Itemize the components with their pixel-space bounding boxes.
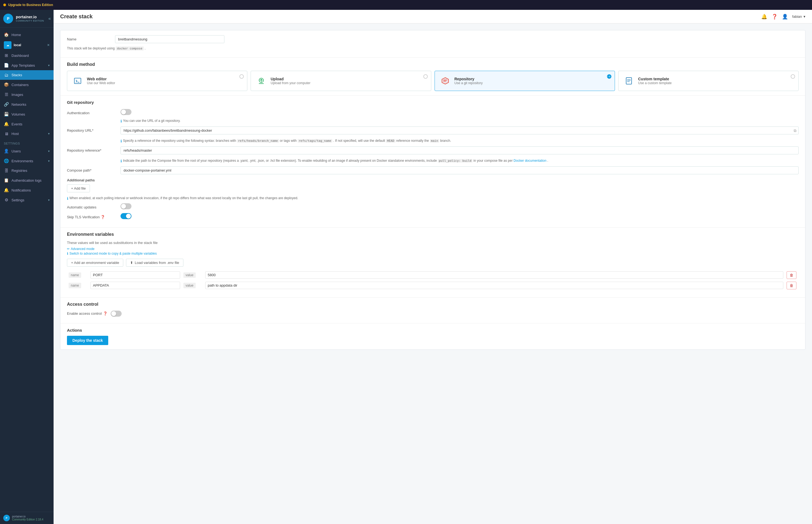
web-editor-desc: Use our Web editor xyxy=(87,81,115,85)
repo-url-label: Repository URL* xyxy=(67,127,116,132)
info-icon: ℹ xyxy=(67,251,68,256)
notifications-icon: 🔔 xyxy=(4,188,9,193)
deploy-stack-button[interactable]: Deploy the stack xyxy=(67,336,108,345)
compose-path-input[interactable] xyxy=(120,166,799,174)
skip-tls-toggle[interactable] xyxy=(120,213,131,219)
footer-version: Community Edition 2.18.4 xyxy=(12,518,44,521)
env-name-input-1[interactable] xyxy=(91,282,180,289)
sidebar-item-auth-logs[interactable]: 📋 Authentication logs xyxy=(0,175,53,185)
env-links: ✏ Advanced mode ℹ Switch to advanced mod… xyxy=(67,247,799,256)
info-icon: ℹ xyxy=(120,119,122,123)
bell-icon[interactable]: 🔔 xyxy=(761,14,767,20)
env-close-icon[interactable]: ✕ xyxy=(47,43,50,47)
load-env-button[interactable]: ⬆ Load variables from .env file xyxy=(126,259,183,267)
env-value-input-0[interactable] xyxy=(205,271,783,279)
sidebar-item-settings[interactable]: ⚙ Settings ▾ xyxy=(0,195,53,205)
registries-icon: 🗄 xyxy=(4,168,9,173)
advanced-mode-icon: ✏ xyxy=(67,247,70,251)
name-section: Name This stack will be deployed using d… xyxy=(60,30,805,58)
sidebar-item-label: Dashboard xyxy=(12,53,50,58)
sidebar-item-environments[interactable]: 🌐 Environments ▾ xyxy=(0,156,53,166)
chevron-down-icon: ▾ xyxy=(48,159,50,163)
user-icon[interactable]: 👤 xyxy=(782,14,788,20)
build-card-web-editor[interactable]: Web editor Use our Web editor xyxy=(67,71,247,91)
sidebar-item-users[interactable]: 👤 Users ▾ xyxy=(0,146,53,156)
repo-ref-input[interactable] xyxy=(120,146,799,154)
auto-updates-toggle[interactable] xyxy=(120,203,131,209)
branch-ref-code: refs/heads/branch_name xyxy=(237,139,279,143)
sidebar-item-label: Authentication logs xyxy=(12,178,50,182)
sidebar-item-host[interactable]: 🖥 Host ▾ xyxy=(0,129,53,138)
logo-text: portainer.io xyxy=(16,15,44,19)
svg-rect-10 xyxy=(626,78,632,84)
skip-tls-label: Skip TLS Verification ❓ xyxy=(67,213,116,219)
docker-docs-link[interactable]: Docker documentation xyxy=(514,159,546,163)
build-card-upload[interactable]: Upload Upload from your computer xyxy=(250,71,431,91)
sidebar-item-dashboard[interactable]: ⊞ Dashboard xyxy=(0,51,53,60)
env-value-input-1[interactable] xyxy=(205,282,783,289)
add-file-button[interactable]: + Add file xyxy=(67,184,90,192)
advanced-mode-link[interactable]: ✏ Advanced mode xyxy=(67,247,799,251)
build-card-repository[interactable]: Repository Use a git repository xyxy=(435,71,615,91)
env-delete-button-0[interactable]: 🗑 xyxy=(786,271,796,279)
access-control-title: Access control xyxy=(67,302,799,307)
web-editor-icon xyxy=(72,76,83,86)
env-actions: + Add an environment variable ⬆ Load var… xyxy=(67,259,799,267)
sidebar-item-notifications[interactable]: 🔔 Notifications xyxy=(0,185,53,195)
sidebar-item-events[interactable]: 🔔 Events xyxy=(0,119,53,129)
custom-template-radio[interactable] xyxy=(791,74,795,79)
header-actions: 🔔 ❓ 👤 fabian ▾ xyxy=(761,14,806,20)
access-control-toggle[interactable] xyxy=(111,311,121,317)
access-control-row: Enable access control ❓ xyxy=(67,311,799,317)
sidebar-env-local[interactable]: ☁ local ✕ xyxy=(0,39,53,51)
info-icon: ℹ xyxy=(67,196,68,200)
compose-hint: ℹ Indicate the path to the Compose file … xyxy=(120,158,799,164)
sidebar-item-label: Events xyxy=(12,122,50,126)
access-control-help-icon[interactable]: ❓ xyxy=(103,311,108,315)
env-delete-button-1[interactable]: 🗑 xyxy=(786,282,796,289)
copy-icon: ⧉ xyxy=(794,128,796,133)
auto-update-hint: ℹ When enabled, at each polling interval… xyxy=(67,196,799,200)
repository-radio[interactable] xyxy=(607,74,612,79)
users-icon: 👤 xyxy=(4,149,9,153)
chevron-down-icon: ▾ xyxy=(803,15,806,19)
upgrade-banner[interactable]: Upgrade to Business Edition xyxy=(0,0,812,10)
name-label: Name xyxy=(67,37,111,41)
add-env-variable-button[interactable]: + Add an environment variable xyxy=(67,259,123,267)
repository-desc: Use a git repository xyxy=(455,81,483,85)
sidebar-footer: P portainer.io Community Edition 2.18.4 xyxy=(0,512,53,524)
skip-tls-help-icon[interactable]: ❓ xyxy=(101,215,105,219)
sidebar-item-registries[interactable]: 🗄 Registries xyxy=(0,166,53,175)
repo-url-input[interactable] xyxy=(120,127,799,134)
sidebar-item-app-templates[interactable]: 📄 App Templates ▾ xyxy=(0,60,53,70)
custom-template-title: Custom template xyxy=(638,77,672,81)
sidebar-item-label: Home xyxy=(12,33,50,37)
web-editor-title: Web editor xyxy=(87,77,115,81)
env-name-input-0[interactable] xyxy=(91,271,180,279)
user-name[interactable]: fabian ▾ xyxy=(792,15,806,19)
sidebar: P portainer.io COMMUNITY EDITION « 🏠 Hom… xyxy=(0,10,53,524)
skip-tls-row: Skip TLS Verification ❓ xyxy=(67,213,799,219)
sidebar-item-containers[interactable]: 📦 Containers xyxy=(0,80,53,89)
upload-radio[interactable] xyxy=(423,74,428,79)
images-icon: ☰ xyxy=(4,92,9,97)
sidebar-item-networks[interactable]: 🔗 Networks xyxy=(0,99,53,109)
sidebar-item-home[interactable]: 🏠 Home xyxy=(0,30,53,39)
sidebar-item-label: Host xyxy=(12,132,45,136)
sidebar-item-volumes[interactable]: 💾 Volumes xyxy=(0,109,53,119)
sidebar-item-stacks[interactable]: 🗂 Stacks xyxy=(0,70,53,80)
build-card-custom-template[interactable]: Custom template Use a custom template xyxy=(618,71,799,91)
sidebar-collapse-icon[interactable]: « xyxy=(48,16,51,21)
events-icon: 🔔 xyxy=(4,121,9,127)
main-content: Name This stack will be deployed using d… xyxy=(53,23,812,524)
authentication-toggle[interactable] xyxy=(120,109,131,115)
web-editor-radio[interactable] xyxy=(240,74,244,79)
settings-section-label: Settings xyxy=(0,138,53,146)
repo-ref-row: Repository reference* xyxy=(67,146,799,154)
compose-path-row: Compose path* xyxy=(67,166,799,174)
name-input[interactable] xyxy=(115,35,224,43)
help-icon[interactable]: ❓ xyxy=(772,14,778,20)
containers-icon: 📦 xyxy=(4,82,9,87)
git-repository-section: Git repository Authentication ℹ You can … xyxy=(60,96,805,227)
sidebar-item-images[interactable]: ☰ Images xyxy=(0,89,53,99)
